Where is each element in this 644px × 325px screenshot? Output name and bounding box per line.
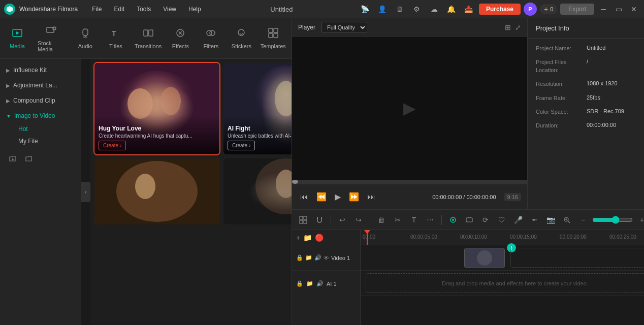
stabilize-button[interactable] bbox=[462, 213, 476, 227]
close-button[interactable]: ✕ bbox=[628, 3, 640, 15]
svg-rect-8 bbox=[144, 30, 148, 36]
card-thumbnail-4 bbox=[223, 158, 292, 224]
app-name: Wondershare Filmora bbox=[19, 6, 78, 13]
svg-point-23 bbox=[127, 88, 153, 119]
track-name-audio1: AI 1 bbox=[327, 281, 356, 287]
bell-icon[interactable]: 🔔 bbox=[444, 2, 459, 16]
snapshot-button[interactable]: 📷 bbox=[543, 213, 558, 227]
account-icon[interactable]: 👤 bbox=[375, 2, 390, 16]
cloud-icon[interactable]: ☁ bbox=[427, 2, 441, 16]
add-audio-icon[interactable]: 🔴 bbox=[315, 234, 324, 242]
media-card-ai-fight[interactable]: AI Fight Unleash epic battles with AI-po… bbox=[223, 63, 292, 154]
track-lock-icon-a1[interactable]: 🔒 bbox=[296, 280, 303, 287]
import-icon[interactable] bbox=[22, 152, 36, 166]
tab-templates[interactable]: Templates bbox=[256, 23, 289, 53]
media-card-4[interactable] bbox=[223, 158, 292, 224]
menu-help[interactable]: Help bbox=[184, 4, 205, 15]
player-progress-handle[interactable] bbox=[292, 180, 298, 184]
audio-mix-button[interactable] bbox=[527, 213, 541, 227]
track-folder-icon[interactable]: 📁 bbox=[305, 254, 312, 261]
undo-button[interactable]: ↩ bbox=[335, 213, 349, 227]
text-button[interactable]: T bbox=[407, 213, 421, 227]
tab-media[interactable]: Media bbox=[2, 23, 33, 53]
track-folder-icon-a1[interactable]: 📁 bbox=[306, 280, 313, 287]
cut-button[interactable]: ✂ bbox=[391, 213, 405, 227]
filters-icon bbox=[205, 27, 216, 41]
ruler-mark-2: 00:00:10:00 bbox=[460, 234, 487, 240]
mic-button[interactable]: 🎤 bbox=[511, 213, 525, 227]
shield-button[interactable]: 🛡 bbox=[495, 213, 509, 227]
play-icon[interactable]: ▶ bbox=[333, 190, 343, 204]
tab-audio[interactable]: Audio bbox=[70, 23, 101, 53]
sidebar-item-image-to-video[interactable]: ▼ Image to Video bbox=[0, 109, 81, 123]
reverse-button[interactable]: ⟳ bbox=[478, 213, 493, 227]
step-forward-icon[interactable]: ⏩ bbox=[347, 190, 361, 204]
profile-avatar[interactable]: P bbox=[524, 3, 537, 16]
more-button[interactable]: ⋯ bbox=[423, 213, 437, 227]
skip-back-icon[interactable]: ⏮ bbox=[298, 190, 310, 204]
sidebar-item-influence-kit[interactable]: ▶ Influence Kit bbox=[0, 63, 81, 77]
grid-view-icon[interactable]: ⊞ bbox=[505, 23, 511, 31]
menu-edit[interactable]: Edit bbox=[110, 4, 129, 15]
zoom-out-icon[interactable]: − bbox=[576, 213, 590, 227]
tracking-button[interactable] bbox=[446, 213, 460, 227]
info-value-name: Untitled bbox=[587, 45, 605, 52]
sidebar-item-adjustment[interactable]: ▶ Adjustment La... bbox=[0, 78, 81, 92]
track-eye-icon[interactable]: 👁 bbox=[324, 255, 329, 261]
media-card-hug-your-love[interactable]: Hug Your Love Create heartwarming AI hug… bbox=[94, 63, 219, 154]
tab-stickers[interactable]: Stickers bbox=[226, 23, 256, 53]
new-folder-icon[interactable] bbox=[6, 152, 19, 166]
svg-rect-37 bbox=[304, 220, 307, 223]
svg-rect-35 bbox=[304, 216, 307, 219]
minimize-button[interactable]: ─ bbox=[597, 3, 609, 15]
track-volume-icon[interactable]: 🔊 bbox=[314, 254, 321, 261]
menu-file[interactable]: File bbox=[88, 4, 106, 15]
tab-stickers-label: Stickers bbox=[232, 43, 251, 49]
arrow-icon: ▼ bbox=[6, 113, 11, 119]
track-lock-icon[interactable]: 🔒 bbox=[296, 254, 303, 261]
player-canvas: ▶ bbox=[292, 37, 527, 180]
tab-filters[interactable]: Filters bbox=[196, 23, 226, 53]
tab-effects[interactable]: Effects bbox=[165, 23, 196, 53]
tab-transitions[interactable]: Transitions bbox=[131, 23, 166, 53]
create-button-fight[interactable]: Create › bbox=[228, 141, 255, 150]
media-card-3[interactable] bbox=[94, 158, 219, 224]
zoom-in-button[interactable] bbox=[560, 213, 574, 227]
notification-icon[interactable]: 📡 bbox=[358, 2, 372, 16]
track-volume-icon-a1[interactable]: 🔊 bbox=[316, 280, 324, 287]
fullscreen-icon[interactable]: ⤢ bbox=[515, 23, 521, 31]
track-audio1: Drag and drop media and effects here to … bbox=[361, 271, 644, 296]
track-labels: + 📁 🔴 🔒 📁 🔊 👁 Video 1 🔒 📁 🔊 bbox=[292, 230, 361, 325]
screen-record-icon[interactable]: 🖥 bbox=[393, 2, 407, 16]
purchase-button[interactable]: Purchase bbox=[479, 4, 521, 15]
tab-stock-media[interactable]: Stock Media bbox=[33, 20, 70, 56]
create-button-hug[interactable]: Create › bbox=[99, 141, 126, 150]
zoom-slider[interactable] bbox=[592, 216, 633, 224]
share-icon[interactable]: 📤 bbox=[462, 2, 476, 16]
tab-titles[interactable]: T Titles bbox=[101, 23, 131, 53]
sidebar-collapse-button[interactable]: ‹ bbox=[81, 182, 90, 202]
svg-rect-34 bbox=[300, 216, 303, 219]
sidebar-item-compound-clip[interactable]: ▶ Compound Clip bbox=[0, 93, 81, 108]
sidebar-subitem-myfile[interactable]: My File bbox=[12, 135, 81, 147]
skip-forward-icon[interactable]: ⏭ bbox=[365, 190, 377, 204]
zoom-in-icon[interactable]: + bbox=[635, 213, 644, 227]
playhead[interactable] bbox=[367, 230, 368, 245]
menu-view[interactable]: View bbox=[159, 4, 180, 15]
add-media-icon[interactable]: 📁 bbox=[303, 234, 312, 242]
quality-select[interactable]: Full Quality 1/2 Quality 1/4 Quality bbox=[321, 22, 367, 33]
export-button[interactable]: Export bbox=[560, 4, 594, 15]
player-timeline-bar[interactable] bbox=[292, 180, 527, 184]
info-label-resolution: Resolution: bbox=[536, 80, 587, 88]
step-back-icon[interactable]: ⏪ bbox=[314, 190, 329, 204]
video-clip[interactable] bbox=[464, 248, 505, 268]
add-track-icon[interactable]: + bbox=[296, 234, 300, 242]
maximize-button[interactable]: ▭ bbox=[613, 3, 625, 15]
sidebar-subitem-hot[interactable]: Hot bbox=[12, 123, 81, 135]
delete-button[interactable]: 🗑 bbox=[374, 213, 389, 227]
menu-tools[interactable]: Tools bbox=[133, 4, 155, 15]
layout-toggle-button[interactable] bbox=[296, 213, 310, 227]
redo-button[interactable]: ↪ bbox=[351, 213, 366, 227]
magnet-button[interactable] bbox=[312, 213, 327, 227]
settings-icon[interactable]: ⚙ bbox=[410, 2, 424, 16]
